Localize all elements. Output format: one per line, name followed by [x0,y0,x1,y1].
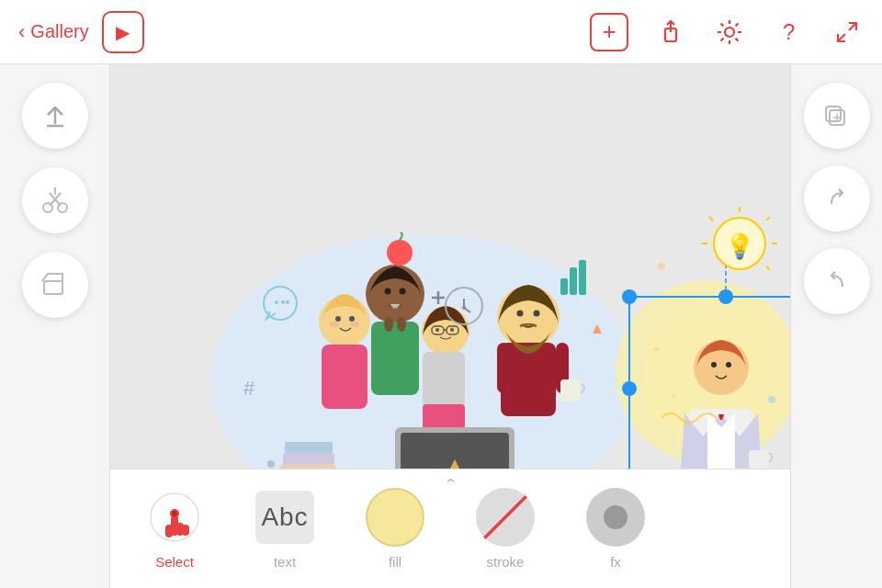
svg-point-57 [622,289,637,304]
svg-rect-54 [749,450,769,469]
top-toolbar: ‹ Gallery ▶ + ? [0,0,882,64]
svg-point-92 [658,263,665,270]
fill-tool[interactable]: fill [340,479,450,580]
svg-rect-31 [423,352,465,407]
stroke-label: stroke [487,554,525,570]
svg-point-52 [711,362,717,368]
svg-point-36 [435,328,439,332]
fx-tool[interactable]: fx [560,479,671,580]
svg-text:#: # [243,377,255,400]
svg-line-111 [483,495,527,539]
svg-line-3 [849,23,856,30]
svg-rect-108 [182,525,189,536]
svg-rect-19 [322,345,368,409]
slideshow-icon: ▶ [116,21,130,43]
fill-icon [366,488,424,547]
shape-icon [39,268,72,301]
scissors-icon [39,184,72,217]
text-abc-label: Abc [261,503,308,532]
upload-icon [38,98,73,133]
select-icon [145,488,204,547]
add-icon: + [602,17,616,46]
svg-point-27 [400,288,406,295]
svg-point-76 [281,300,285,304]
copy-icon [822,101,852,130]
gear-icon [716,18,743,46]
svg-text:💡: 💡 [725,232,755,261]
svg-text:+: + [671,390,677,402]
settings-button[interactable] [713,16,746,49]
left-panel [0,64,110,588]
text-icon: Abc [255,488,314,547]
svg-point-84 [462,306,466,310]
svg-point-1 [725,28,734,37]
svg-rect-44 [560,379,581,401]
svg-rect-78 [560,278,568,295]
svg-point-21 [349,316,355,322]
stroke-tool[interactable]: stroke [450,479,560,580]
gallery-title: Gallery [30,21,88,42]
svg-line-4 [838,34,845,41]
select-tool[interactable]: Select [119,479,230,580]
add-button[interactable]: + [590,13,628,51]
svg-text:?: ? [783,19,795,44]
undo-button[interactable] [804,248,870,314]
redo-icon [822,184,852,213]
svg-point-110 [172,511,177,516]
svg-point-22 [330,322,339,327]
shape-button[interactable] [22,252,88,318]
svg-point-53 [726,362,731,368]
svg-rect-79 [570,267,577,295]
svg-line-71 [766,266,770,270]
svg-point-99 [387,240,413,266]
svg-point-26 [385,288,391,295]
svg-point-64 [622,381,637,396]
question-icon: ? [775,19,801,45]
svg-rect-80 [579,260,586,295]
text-label: text [274,554,296,570]
svg-point-23 [350,322,359,327]
copy-style-button[interactable] [804,83,870,149]
fx-icon [586,488,645,547]
svg-text:+: + [652,342,660,356]
svg-point-37 [450,328,454,332]
fx-label: fx [610,554,621,570]
svg-rect-25 [371,322,419,395]
svg-rect-42 [497,343,510,393]
svg-rect-11 [44,281,62,294]
upload-button[interactable] [22,83,88,149]
stroke-icon [476,488,535,547]
share-button[interactable] [654,16,687,49]
expand-icon [834,19,860,45]
cut-button[interactable] [22,167,88,233]
undo-icon [822,266,852,296]
text-tool[interactable]: Abc text [230,479,340,580]
svg-point-91 [768,396,775,403]
svg-point-29 [397,317,406,332]
svg-point-88 [267,460,275,468]
svg-point-41 [534,311,540,317]
collapse-button[interactable]: ⌃ [444,475,458,495]
fill-label: fill [389,554,401,570]
svg-line-72 [709,217,713,220]
back-button[interactable]: ‹ Gallery [18,20,89,44]
svg-point-75 [275,300,278,304]
svg-point-40 [517,311,524,317]
svg-point-77 [286,300,289,304]
svg-point-20 [335,316,341,322]
svg-rect-101 [826,107,841,121]
svg-rect-17 [285,442,333,453]
svg-line-69 [766,217,770,220]
select-label: Select [155,554,194,570]
bottom-panel: ⌃ Select [110,469,790,588]
svg-point-28 [384,317,393,332]
svg-rect-106 [165,525,173,537]
back-icon: ‹ [18,20,25,44]
svg-rect-16 [283,453,334,464]
redo-button[interactable] [804,165,870,232]
slideshow-button[interactable]: ▶ [102,11,144,53]
help-button[interactable]: ? [772,16,805,49]
expand-button[interactable] [831,16,864,49]
right-panel [790,64,882,588]
share-icon [658,19,684,45]
